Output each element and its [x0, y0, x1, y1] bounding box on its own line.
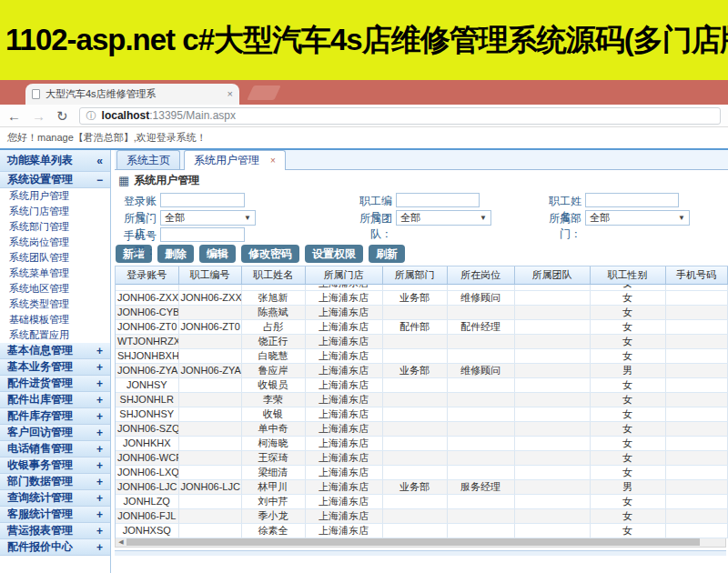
sidebar-section[interactable]: 配件进货管理+: [0, 376, 110, 392]
sidebar-section-expanded[interactable]: 系统设置管理 −: [0, 172, 110, 188]
table-row[interactable]: JONH06-LXQ梁细清上海浦东店女: [116, 465, 727, 479]
cell: JONH06-CYB: [116, 305, 178, 319]
sidebar-item[interactable]: 系统类型管理: [0, 297, 110, 312]
scrollbar-thumb[interactable]: [126, 538, 700, 546]
plus-icon[interactable]: +: [96, 394, 103, 407]
forward-icon[interactable]: →: [32, 109, 46, 123]
table-row[interactable]: SHJONHSY收银上海浦东店女: [116, 407, 727, 421]
header-cell[interactable]: 所在岗位: [447, 266, 514, 284]
plus-icon[interactable]: +: [96, 476, 103, 488]
header-cell[interactable]: 登录账号: [116, 266, 178, 284]
sidebar-section[interactable]: 基本信息管理+: [0, 343, 110, 359]
tab-system-user[interactable]: 系统用户管理 ×: [184, 150, 286, 170]
minus-icon[interactable]: −: [96, 174, 103, 186]
table-row[interactable]: JONH06-CYB陈燕斌上海浦东店女: [116, 305, 727, 319]
sidebar-section[interactable]: 配件报价中心+: [0, 539, 110, 556]
header-cell[interactable]: 职工性别: [590, 266, 665, 284]
plus-icon[interactable]: +: [96, 492, 103, 505]
collapse-sidebar-icon[interactable]: «: [96, 155, 103, 167]
sidebar-section[interactable]: 基本业务管理+: [0, 359, 110, 376]
table-row[interactable]: JONHXSQ徐素全上海浦东店女: [116, 523, 727, 538]
sidebar-section[interactable]: 客服统计管理+: [0, 507, 110, 523]
plus-icon[interactable]: +: [96, 459, 103, 472]
refresh-button[interactable]: 刷新: [369, 245, 405, 263]
chevron-down-icon: ▼: [678, 214, 685, 222]
team-select[interactable]: 全部 ▼: [396, 210, 491, 226]
tab-home[interactable]: 系统主页: [116, 150, 180, 169]
sidebar-item[interactable]: 系统岗位管理: [0, 235, 110, 250]
plus-icon[interactable]: +: [96, 443, 103, 456]
header-cell[interactable]: 所属门店: [305, 266, 382, 284]
sidebar-section[interactable]: 配件库存管理+: [0, 408, 110, 425]
login-account-input[interactable]: [160, 193, 245, 207]
header-cell[interactable]: 所属部门: [382, 266, 447, 284]
department-select[interactable]: 全部 ▼: [585, 210, 690, 226]
table-row[interactable]: WTJONHRZX饶正行上海浦东店女: [116, 334, 727, 348]
phone-input[interactable]: [160, 227, 245, 242]
refresh-icon[interactable]: ↻: [56, 109, 68, 123]
back-icon[interactable]: ←: [7, 109, 21, 123]
header-cell[interactable]: 手机号码: [665, 266, 727, 284]
sidebar-section[interactable]: 部门数据管理+: [0, 474, 110, 490]
close-content-tab-icon[interactable]: ×: [270, 156, 276, 166]
table-row[interactable]: JONHLZQ刘中芹上海浦东店女: [116, 494, 727, 508]
plus-icon[interactable]: +: [96, 427, 103, 439]
plus-icon[interactable]: +: [96, 541, 103, 554]
plus-icon[interactable]: +: [96, 345, 103, 357]
table-row[interactable]: JONH06-SZQ单中奇上海浦东店女: [116, 421, 727, 436]
sidebar-item[interactable]: 系统部门管理: [0, 219, 110, 235]
sidebar-item[interactable]: 系统地区管理: [0, 281, 110, 297]
cell: [665, 377, 727, 392]
sidebar-section-label: 收银事务管理: [7, 457, 73, 473]
table-row[interactable]: JONH06-WCR王琛琦上海浦东店女: [116, 450, 727, 465]
sidebar-item[interactable]: 系统团队管理: [0, 250, 110, 266]
store-select[interactable]: 全部 ▼: [160, 210, 256, 226]
header-cell[interactable]: 所属团队: [514, 266, 590, 284]
sidebar-item[interactable]: 系统用户管理: [0, 188, 110, 204]
new-tab-button[interactable]: [247, 85, 280, 100]
delete-button[interactable]: 删除: [157, 245, 194, 263]
plus-icon[interactable]: +: [96, 508, 103, 521]
table-row[interactable]: JONH06-LJCJONH06-LJC林甲川上海浦东店业务部服务经理男: [116, 479, 727, 494]
browser-tab[interactable]: 大型汽车4s店维修管理系 ×: [25, 84, 239, 105]
sidebar-item[interactable]: 基础模板管理: [0, 312, 110, 327]
header-cell[interactable]: 职工姓名: [241, 266, 305, 284]
table-row[interactable]: JONH06-ZYAJONH06-ZYA鲁应岸上海浦东店业务部维修顾问男: [116, 363, 727, 377]
table-row[interactable]: JONH06-ZT0JONH06-ZT0占彤上海浦东店配件部配件经理女: [116, 319, 727, 334]
set-permission-button[interactable]: 设置权限: [305, 245, 363, 263]
sidebar-section[interactable]: 收银事务管理+: [0, 457, 110, 474]
sidebar-item[interactable]: 系统门店管理: [0, 204, 110, 219]
address-bar[interactable]: ⓘ localhost:13395/Main.aspx: [79, 107, 721, 125]
header-cell[interactable]: 职工编号: [178, 266, 241, 284]
edit-button[interactable]: 编辑: [199, 245, 236, 263]
table-row[interactable]: JONH06-ZXXJONH06-ZXX张旭新上海浦东店业务部维修顾问女: [116, 290, 727, 305]
sidebar-section[interactable]: 营运报表管理+: [0, 523, 110, 539]
plus-icon[interactable]: +: [96, 410, 103, 423]
table-row[interactable]: SHJONHBXH白晓慧上海浦东店女: [116, 348, 727, 363]
staff-number-input[interactable]: [396, 193, 480, 207]
sidebar-section[interactable]: 配件出库管理+: [0, 392, 110, 408]
staff-name-input[interactable]: [585, 193, 679, 207]
sidebar-item[interactable]: 系统配置应用: [0, 327, 110, 343]
plus-icon[interactable]: +: [96, 361, 103, 374]
sidebar-section[interactable]: 客户回访管理+: [0, 425, 110, 441]
plus-icon[interactable]: +: [96, 377, 103, 390]
close-tab-icon[interactable]: ×: [228, 89, 233, 99]
sidebar-section-label: 配件库存管理: [7, 408, 73, 424]
plus-icon[interactable]: +: [96, 525, 103, 538]
table-row[interactable]: SHJONHLR李荣上海浦东店女: [116, 392, 727, 407]
horizontal-scrollbar[interactable]: ◀: [115, 538, 726, 548]
cell: [665, 523, 727, 538]
cell: [447, 436, 514, 450]
sidebar-section[interactable]: 查询统计管理+: [0, 490, 110, 507]
cell: [665, 290, 727, 305]
sidebar-item[interactable]: 系统菜单管理: [0, 266, 110, 281]
table-row-partial[interactable]: ············上海浦东店女: [116, 284, 727, 290]
cell: [665, 407, 727, 421]
table-row[interactable]: JONHKHX柯海晓上海浦东店女: [116, 436, 727, 450]
table-row[interactable]: JONHSY收银员上海浦东店女: [116, 377, 727, 392]
scroll-left-icon[interactable]: ◀: [116, 538, 126, 547]
sidebar-section[interactable]: 电话销售管理+: [0, 441, 110, 457]
change-password-button[interactable]: 修改密码: [241, 245, 299, 263]
table-row[interactable]: JONH06-FJL季小龙上海浦东店女: [116, 508, 727, 523]
